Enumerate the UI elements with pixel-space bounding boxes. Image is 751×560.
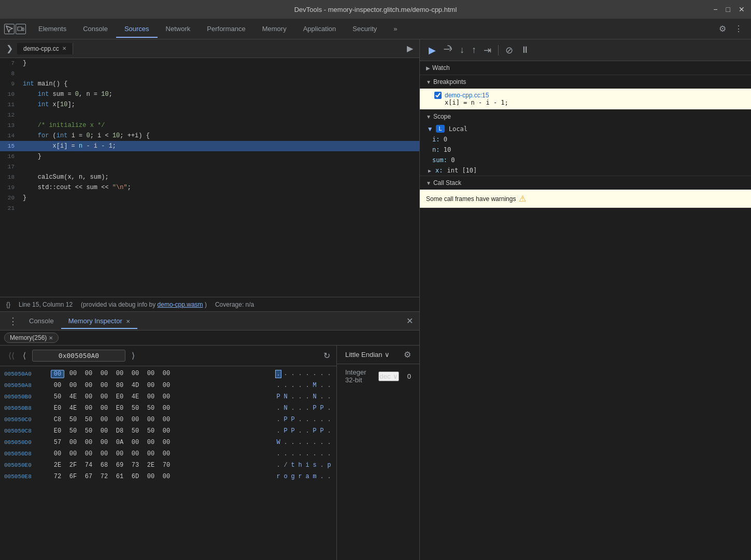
hex-byte[interactable]: C8 [51, 416, 64, 423]
hex-byte[interactable]: 00 [66, 370, 80, 378]
hex-byte[interactable]: 50 [66, 416, 80, 423]
code-area[interactable]: 7 } 8 9 int main() { 10 int sum = 0, n =… [0, 58, 419, 297]
hex-byte[interactable]: 00 [160, 370, 173, 378]
endian-select-button[interactable]: Little Endian ∨ [345, 351, 390, 358]
hex-byte[interactable]: 00 [129, 439, 142, 446]
hex-byte[interactable]: 00 [66, 439, 80, 446]
bottom-tab-console[interactable]: Console [22, 314, 61, 329]
inspector-settings-icon[interactable]: ⚙ [404, 350, 411, 360]
hex-byte[interactable]: 50 [66, 427, 80, 435]
settings-icon[interactable]: ⚙ [717, 22, 728, 36]
hex-byte[interactable]: 68 [97, 462, 111, 469]
hex-byte[interactable]: 4E [66, 405, 80, 412]
hex-byte[interactable]: 50 [51, 393, 64, 400]
call-stack-header[interactable]: ▼ Call Stack [420, 176, 751, 190]
scope-local-expand[interactable]: ▼ L Local [420, 123, 751, 134]
hex-byte[interactable]: 00 [144, 473, 158, 480]
memory-chip-close-icon[interactable]: ✕ [49, 335, 53, 341]
pause-on-exceptions-button[interactable]: ⏸ [518, 43, 532, 57]
tab-elements[interactable]: Elements [30, 21, 75, 38]
hex-byte[interactable]: 00 [144, 439, 158, 446]
hex-byte[interactable]: 6D [129, 473, 142, 480]
scope-x-expand[interactable]: ▶ x: int [10] [420, 165, 751, 176]
hex-byte[interactable]: 00 [82, 370, 95, 378]
breakpoint-checkbox[interactable] [434, 92, 442, 99]
deactivate-breakpoints-button[interactable]: ⊘ [503, 43, 516, 58]
tab-security[interactable]: Security [344, 21, 385, 38]
hex-byte[interactable]: 00 [82, 405, 95, 412]
step-out-button[interactable]: ↑ [469, 43, 479, 57]
hex-byte[interactable]: 50 [144, 427, 158, 435]
hex-byte[interactable]: 00 [97, 450, 111, 457]
hex-byte[interactable]: 00 [51, 450, 64, 457]
hex-byte[interactable]: 00 [160, 450, 173, 457]
hex-byte[interactable]: 2E [51, 462, 64, 469]
tab-network[interactable]: Network [158, 21, 199, 38]
hex-byte[interactable]: 00 [97, 370, 111, 378]
step-over-button[interactable] [441, 42, 455, 58]
hex-byte[interactable]: 69 [113, 462, 126, 469]
hex-byte[interactable]: 00 [82, 393, 95, 400]
hex-byte[interactable]: 00 [160, 473, 173, 480]
step-into-button[interactable]: ↓ [457, 43, 467, 57]
hex-byte[interactable]: 50 [82, 416, 95, 423]
close-bottom-panel-button[interactable]: ✕ [406, 316, 419, 326]
hex-byte[interactable]: 80 [113, 382, 126, 389]
hex-byte[interactable]: 00 [144, 370, 158, 378]
hex-byte[interactable]: E0 [51, 405, 64, 412]
hex-byte[interactable]: 00 [113, 450, 126, 457]
hex-byte[interactable]: 00 [113, 416, 126, 423]
hex-byte[interactable]: D8 [113, 427, 126, 435]
tab-console[interactable]: Console [75, 21, 116, 38]
hex-byte[interactable]: 00 [97, 405, 111, 412]
hex-byte[interactable]: 00 [144, 416, 158, 423]
hex-byte[interactable]: 72 [51, 473, 64, 480]
tab-memory[interactable]: Memory [254, 21, 295, 38]
bottom-tab-memory-inspector[interactable]: Memory Inspector ✕ [61, 314, 138, 329]
hex-byte[interactable]: 00 [144, 393, 158, 400]
close-window-button[interactable]: ✕ [739, 5, 745, 13]
hex-byte[interactable]: 00 [97, 393, 111, 400]
memory-chip[interactable]: Memory(256) ✕ [4, 333, 59, 343]
wasm-link[interactable]: demo-cpp.wasm [158, 301, 203, 308]
hex-byte[interactable]: 00 [129, 370, 142, 378]
hex-byte[interactable]: 00 [160, 393, 173, 400]
hex-byte[interactable]: 61 [113, 473, 126, 480]
tab-sources[interactable]: Sources [116, 21, 158, 38]
hex-byte[interactable]: 72 [97, 473, 111, 480]
hex-byte[interactable]: 57 [51, 439, 64, 446]
hex-byte[interactable]: 00 [160, 427, 173, 435]
hex-byte[interactable]: 00 [160, 382, 173, 389]
hex-byte[interactable]: 70 [160, 462, 173, 469]
hex-byte[interactable]: 4E [66, 393, 80, 400]
hex-byte[interactable]: 73 [129, 462, 142, 469]
expand-sources-icon[interactable]: ❯ [2, 41, 17, 55]
hex-byte[interactable]: 50 [129, 405, 142, 412]
hex-byte[interactable]: 74 [82, 462, 95, 469]
hex-byte[interactable]: E0 [113, 393, 126, 400]
hex-byte[interactable]: 00 [97, 382, 111, 389]
format-code-icon[interactable]: ▶ [405, 41, 415, 55]
memory-address-input[interactable] [32, 350, 125, 362]
hex-byte[interactable]: 50 [144, 405, 158, 412]
hex-byte[interactable]: 0A [113, 439, 126, 446]
hex-byte[interactable]: E0 [113, 405, 126, 412]
step-button[interactable]: ⇥ [481, 43, 494, 58]
hex-byte[interactable]: 00 [82, 450, 95, 457]
inspect-element-icon[interactable] [4, 24, 15, 34]
hex-byte[interactable]: 50 [82, 427, 95, 435]
hex-byte[interactable]: 00 [66, 450, 80, 457]
watch-header[interactable]: ▶ Watch [420, 61, 751, 75]
hex-byte[interactable]: 4E [129, 393, 142, 400]
hex-byte[interactable]: 00 [160, 405, 173, 412]
tab-application[interactable]: Application [295, 21, 345, 38]
file-tab-close-icon[interactable]: ✕ [62, 46, 66, 51]
mem-forward-button[interactable]: ⟩ [130, 350, 137, 362]
hex-byte[interactable]: 00 [97, 427, 111, 435]
more-tabs-button[interactable]: » [385, 21, 405, 38]
hex-byte[interactable]: 00 [129, 450, 142, 457]
hex-byte[interactable]: 00 [82, 439, 95, 446]
hex-byte[interactable]: 50 [129, 427, 142, 435]
minimize-button[interactable]: − [713, 5, 717, 13]
breakpoints-header[interactable]: ▼ Breakpoints [420, 75, 751, 89]
